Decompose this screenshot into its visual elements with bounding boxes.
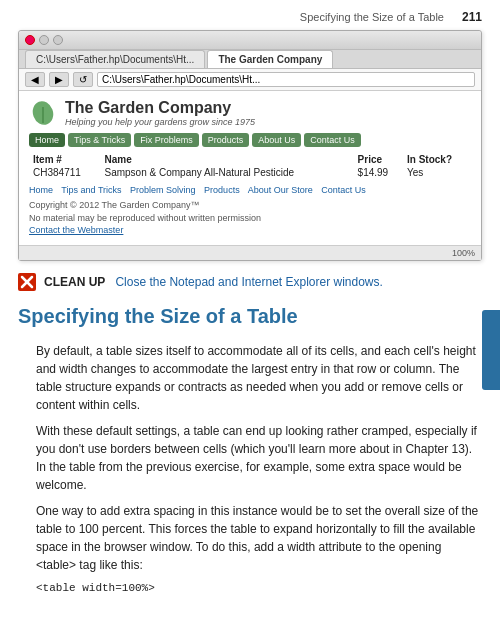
browser-titlebar xyxy=(19,31,481,50)
table-header-row: Item # Name Price In Stock? xyxy=(29,153,471,166)
col-stock: In Stock? xyxy=(403,153,471,166)
nav-contact[interactable]: Contact Us xyxy=(304,133,361,147)
site-content: The Garden Company Helping you help your… xyxy=(19,91,481,245)
col-price: Price xyxy=(354,153,403,166)
cell-name: Sampson & Company All-Natural Pesticide xyxy=(101,166,354,179)
cell-stock: Yes xyxy=(403,166,471,179)
footer-nav-tips: Tips and Tricks xyxy=(61,185,121,195)
cleanup-instruction: Close the Notepad and Internet Explorer … xyxy=(115,275,383,289)
copyright-line2: No material may be reproduced without wr… xyxy=(29,213,261,223)
cleanup-spacer xyxy=(109,275,112,289)
body-paragraph-1: By default, a table sizes itself to acco… xyxy=(36,342,482,414)
site-copyright: Copyright © 2012 The Garden Company™ No … xyxy=(29,199,471,237)
status-zoom: 100% xyxy=(452,248,475,258)
browser-close-btn[interactable] xyxy=(25,35,35,45)
site-tagline: Helping you help your gardens grow since… xyxy=(65,117,255,127)
site-header: The Garden Company Helping you help your… xyxy=(29,99,471,127)
browser-back-btn[interactable]: ◀ xyxy=(25,72,45,87)
site-company-info: The Garden Company Helping you help your… xyxy=(65,99,255,127)
nav-problems[interactable]: Fix Problems xyxy=(134,133,199,147)
copyright-line1: Copyright © 2012 The Garden Company™ xyxy=(29,200,200,210)
nav-products[interactable]: Products xyxy=(202,133,250,147)
browser-max-btn[interactable] xyxy=(53,35,63,45)
site-logo-icon xyxy=(29,99,57,127)
cleanup-prefix: CLEAN UP xyxy=(44,275,105,289)
cleanup-note: CLEAN UP Close the Notepad and Internet … xyxy=(18,273,482,291)
site-footer-nav: Home Tips and Tricks Problem Solving Pro… xyxy=(29,185,471,195)
page-number: 211 xyxy=(462,10,482,24)
site-nav: Home Tips & Tricks Fix Problems Products… xyxy=(29,133,471,147)
site-table: Item # Name Price In Stock? CH384711 Sam… xyxy=(29,153,471,179)
browser-window: C:\Users\Father.hp\Documents\Ht... The G… xyxy=(18,30,482,261)
body-paragraph-3: One way to add extra spacing in this ins… xyxy=(36,502,482,574)
browser-address-input[interactable] xyxy=(97,72,475,87)
nav-tips[interactable]: Tips & Tricks xyxy=(68,133,131,147)
company-name: The Garden Company xyxy=(65,99,255,117)
cleanup-x-icon xyxy=(18,273,36,291)
cleanup-text: CLEAN UP Close the Notepad and Internet … xyxy=(44,275,383,289)
browser-tab-2[interactable]: The Garden Company xyxy=(207,50,333,68)
browser-min-btn[interactable] xyxy=(39,35,49,45)
browser-forward-btn[interactable]: ▶ xyxy=(49,72,69,87)
browser-refresh-btn[interactable]: ↺ xyxy=(73,72,93,87)
col-item: Item # xyxy=(29,153,101,166)
browser-tab-1[interactable]: C:\Users\Father.hp\Documents\Ht... xyxy=(25,50,205,68)
browser-statusbar: 100% xyxy=(19,245,481,260)
nav-about[interactable]: About Us xyxy=(252,133,301,147)
cell-item: CH384711 xyxy=(29,166,101,179)
footer-nav-problems: Problem Solving xyxy=(130,185,196,195)
contact-webmaster-link[interactable]: Contact the Webmaster xyxy=(29,225,123,235)
cell-price: $14.99 xyxy=(354,166,403,179)
browser-tabs: C:\Users\Father.hp\Documents\Ht... The G… xyxy=(19,50,481,69)
body-paragraph-2: With these default settings, a table can… xyxy=(36,422,482,494)
table-row: CH384711 Sampson & Company All-Natural P… xyxy=(29,166,471,179)
section-title-header: Specifying the Size of a Table xyxy=(300,11,444,23)
footer-nav-about: About Our Store xyxy=(248,185,313,195)
browser-addressbar: ◀ ▶ ↺ xyxy=(19,69,481,91)
footer-nav-contact: Contact Us xyxy=(321,185,366,195)
sidebar-tab xyxy=(482,310,500,390)
code-snippet: <table width=100%> xyxy=(36,582,482,594)
footer-nav-home: Home xyxy=(29,185,53,195)
page-header: Specifying the Size of a Table 211 xyxy=(0,0,500,30)
nav-home[interactable]: Home xyxy=(29,133,65,147)
footer-nav-products: Products xyxy=(204,185,240,195)
col-name: Name xyxy=(101,153,354,166)
section-heading: Specifying the Size of a Table xyxy=(18,305,482,332)
